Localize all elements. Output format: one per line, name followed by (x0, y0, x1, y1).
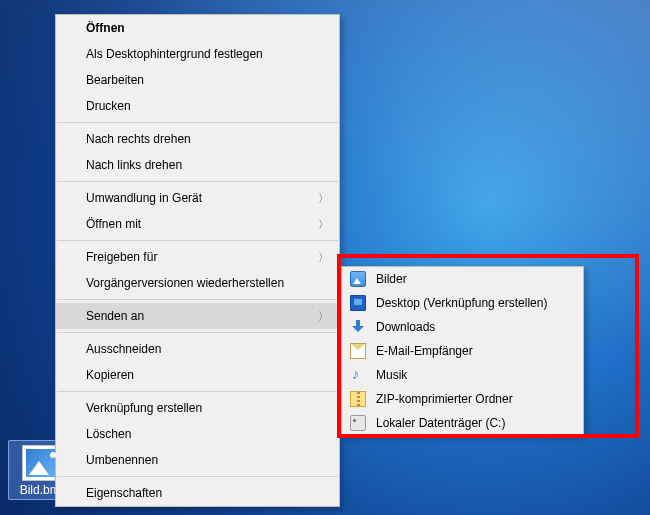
menu-copy[interactable]: Kopieren (56, 362, 339, 388)
menu-rotate-left[interactable]: Nach links drehen (56, 152, 339, 178)
pictures-icon (350, 271, 366, 287)
sendto-music[interactable]: Musik (342, 363, 583, 387)
menu-delete[interactable]: Löschen (56, 421, 339, 447)
sendto-mail[interactable]: E-Mail-Empfänger (342, 339, 583, 363)
menu-share-with[interactable]: Freigeben für〉 (56, 244, 339, 270)
sendto-local-disk[interactable]: Lokaler Datenträger (C:) (342, 411, 583, 435)
mail-icon (350, 343, 366, 359)
sendto-zip[interactable]: ZIP-komprimierter Ordner (342, 387, 583, 411)
menu-create-shortcut[interactable]: Verknüpfung erstellen (56, 395, 339, 421)
menu-separator (57, 122, 338, 123)
context-menu: Öffnen Als Desktophintergrund festlegen … (55, 14, 340, 507)
chevron-right-icon: 〉 (318, 191, 329, 206)
menu-rename[interactable]: Umbenennen (56, 447, 339, 473)
menu-separator (57, 240, 338, 241)
desktop-icon (350, 295, 366, 311)
menu-rotate-right[interactable]: Nach rechts drehen (56, 126, 339, 152)
menu-open-with[interactable]: Öffnen mit〉 (56, 211, 339, 237)
chevron-right-icon: 〉 (318, 309, 329, 324)
menu-cut[interactable]: Ausschneiden (56, 336, 339, 362)
menu-separator (57, 332, 338, 333)
zip-folder-icon (350, 391, 366, 407)
menu-properties[interactable]: Eigenschaften (56, 480, 339, 506)
menu-separator (57, 391, 338, 392)
chevron-right-icon: 〉 (318, 250, 329, 265)
send-to-submenu: Bilder Desktop (Verknüpfung erstellen) D… (341, 266, 584, 436)
sendto-downloads[interactable]: Downloads (342, 315, 583, 339)
menu-separator (57, 299, 338, 300)
download-arrow-icon (350, 319, 366, 335)
music-note-icon (350, 367, 366, 383)
drive-icon (350, 415, 366, 431)
menu-edit[interactable]: Bearbeiten (56, 67, 339, 93)
menu-open[interactable]: Öffnen (56, 15, 339, 41)
sendto-desktop-shortcut[interactable]: Desktop (Verknüpfung erstellen) (342, 291, 583, 315)
sendto-pictures[interactable]: Bilder (342, 267, 583, 291)
menu-print[interactable]: Drucken (56, 93, 339, 119)
menu-separator (57, 181, 338, 182)
menu-restore-versions[interactable]: Vorgängerversionen wiederherstellen (56, 270, 339, 296)
menu-separator (57, 476, 338, 477)
menu-send-to[interactable]: Senden an〉 (56, 303, 339, 329)
menu-set-wallpaper[interactable]: Als Desktophintergrund festlegen (56, 41, 339, 67)
menu-convert-device[interactable]: Umwandlung in Gerät〉 (56, 185, 339, 211)
chevron-right-icon: 〉 (318, 217, 329, 232)
